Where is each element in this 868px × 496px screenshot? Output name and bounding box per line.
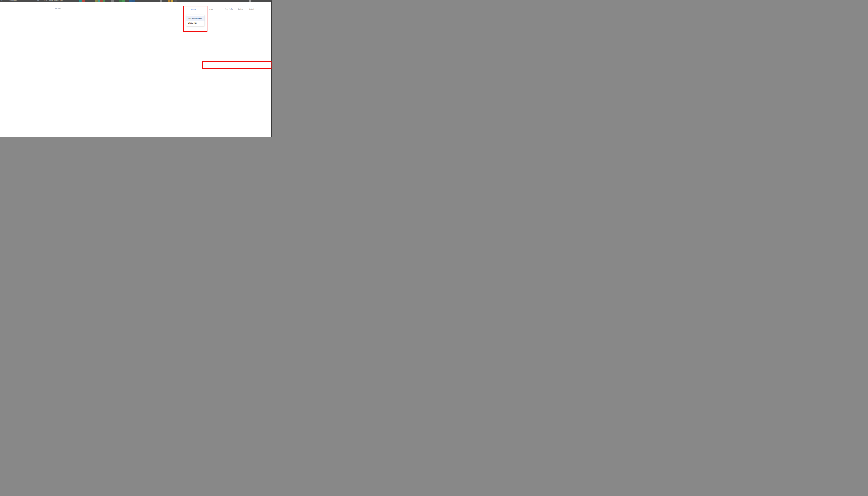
layout-select-label: Layout <box>208 8 214 10</box>
navbar-element-block <box>100 0 103 2</box>
detector-option-ultraviolet[interactable]: Ultraviolet <box>186 21 204 25</box>
detector-select-label: Detector <box>190 9 197 10</box>
decimal-select-label: Decimal <box>237 8 244 10</box>
detector-menu: Refractive indexUltraviolet <box>186 15 204 26</box>
navbar-brand: Chemotion <box>10 0 17 1</box>
hamburger-icon: ≡ <box>1 0 2 1</box>
navbar-element-block <box>119 0 122 2</box>
navbar-element-block <box>103 0 105 2</box>
navbar-element-block <box>111 0 114 2</box>
navbar-element-block <box>98 0 100 2</box>
navbar-all-dropdown: All <box>37 0 39 1</box>
navbar-element-block <box>174 0 177 2</box>
navbar-element-block <box>82 0 85 2</box>
navbar-element-block <box>160 0 162 2</box>
write-peaks-select-label: Write Peaks <box>224 8 233 10</box>
navbar-element-block <box>249 0 251 2</box>
page-scrollbar[interactable] <box>271 1 272 137</box>
navbar-element-block <box>79 0 82 2</box>
navbar-element-block <box>95 0 97 2</box>
background-navbar: ≡ Chemotion All for AC: InChI, SMILES, R… <box>0 0 272 2</box>
ref-area-label: Ref Area <box>55 8 61 10</box>
screen: ≡ Chemotion All for AC: InChI, SMILES, R… <box>0 0 272 137</box>
navbar-element-block <box>171 0 173 2</box>
navbar-element-block <box>129 0 132 2</box>
navbar-search-text: for AC: InChI, SMILES, RIn <box>44 0 63 1</box>
detector-option-refractive-index[interactable]: Refractive index <box>186 16 204 21</box>
navbar-element-block <box>122 0 125 2</box>
navbar-element-block <box>132 0 135 2</box>
submit-select-label: Submit <box>249 8 254 10</box>
navbar-element-block <box>168 0 170 2</box>
spectra-editor-modal <box>0 2 271 137</box>
